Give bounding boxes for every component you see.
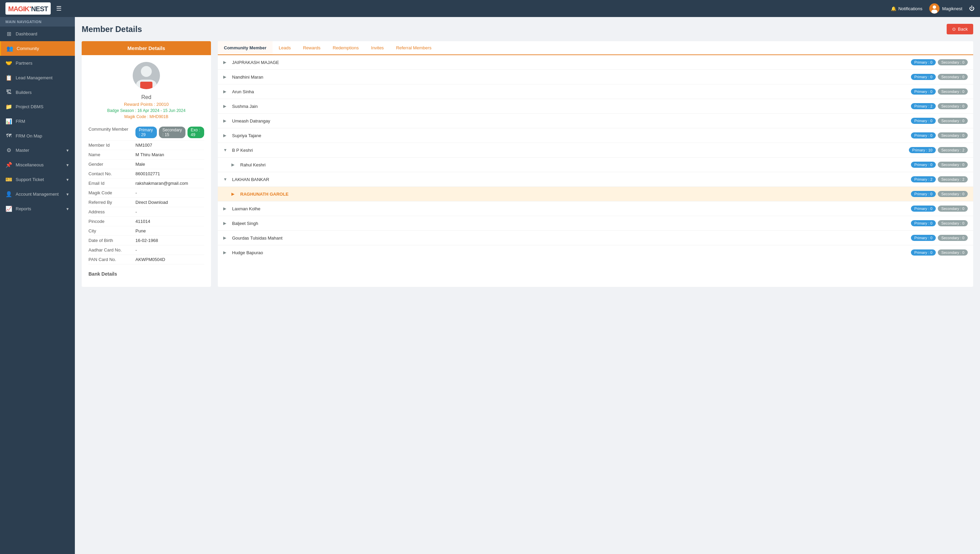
primary-pill: Primary : 0: [911, 118, 936, 124]
info-label-gender: Gender: [89, 162, 133, 167]
member-row-name: LAKHAN BANKAR: [232, 177, 269, 182]
notifications-label: Notifications: [898, 6, 923, 11]
secondary-pill: Secondary : 0: [938, 74, 968, 80]
bell-icon: 🔔: [891, 6, 896, 11]
sidebar-label-reports: Reports: [16, 206, 31, 211]
member-info: Red Reward Points : 20010 Badge Season :…: [82, 55, 211, 287]
list-item[interactable]: ▶ Nandhini Maran Primary : 0 Secondary :…: [218, 70, 973, 84]
user-avatar: [929, 3, 940, 14]
member-row-name: Baljeet Singh: [232, 221, 258, 226]
info-row-name: Name M Thiru Maran: [89, 150, 204, 159]
info-label-magik-code: Magik Code: [89, 190, 133, 195]
sidebar-item-frm-on-map[interactable]: 🗺 FRM On Map: [0, 129, 75, 143]
info-row-member-id: Member Id NM1007: [89, 140, 204, 150]
primary-pill: Primary : 0: [911, 220, 936, 226]
sidebar-label-builders: Builders: [16, 90, 32, 95]
info-label-pan: PAN Card No.: [89, 257, 133, 262]
power-button[interactable]: ⏻: [969, 5, 975, 11]
tab-rewards[interactable]: Rewards: [297, 41, 326, 55]
logo: MAGIK·NEST: [5, 2, 51, 14]
list-item[interactable]: ▶ Rahul Keshri Primary : 0 Secondary : 0: [218, 158, 973, 172]
primary-badge: Primary : 29: [135, 127, 157, 138]
member-row-name: Nandhini Maran: [232, 75, 263, 80]
sidebar-item-lead-management[interactable]: 📋 Lead Management: [0, 70, 75, 85]
member-card-header: Member Details: [82, 41, 211, 55]
list-item[interactable]: ▶ Supriya Tajane Primary : 0 Secondary :…: [218, 128, 973, 143]
sidebar-item-miscellaneous[interactable]: 📌 Miscellaneous ▼: [0, 158, 75, 172]
member-row-name: Supriya Tajane: [232, 133, 261, 138]
support-ticket-icon: 🎫: [5, 176, 12, 183]
list-item[interactable]: ▶ JAIPRAKASH MAJAGE Primary : 0 Secondar…: [218, 55, 973, 70]
primary-pill: Primary : 0: [911, 250, 936, 256]
sidebar-label-support-ticket: Support Ticket: [16, 177, 44, 182]
list-item[interactable]: ▶ Arun Sinha Primary : 0 Secondary : 0: [218, 84, 973, 99]
info-label-community-member: Community Member: [89, 127, 133, 132]
list-item[interactable]: ▶ Laxman Kolhe Primary : 0 Secondary : 0: [218, 201, 973, 216]
member-row-name: B P Keshri: [232, 148, 253, 153]
list-item[interactable]: ▶ Hudge Bapurao Primary : 0 Secondary : …: [218, 245, 973, 259]
info-label-dob: Date of Birth: [89, 238, 133, 243]
hamburger-button[interactable]: ☰: [56, 5, 62, 12]
info-row-gender: Gender Male: [89, 159, 204, 169]
chevron-right-icon: ▶: [223, 60, 229, 65]
right-panel: Community Member Leads Rewards Redemptio…: [218, 41, 973, 287]
navbar-right: 🔔 Notifications Magiknest ⏻: [891, 3, 975, 14]
chevron-right-icon: ▶: [223, 250, 229, 255]
sidebar-item-dashboard[interactable]: ⊞ Dashboard: [0, 27, 75, 41]
avatar: [133, 62, 160, 89]
members-list: ▶ JAIPRAKASH MAJAGE Primary : 0 Secondar…: [218, 55, 973, 259]
info-value-gender: Male: [135, 162, 204, 167]
sidebar-item-master[interactable]: ⚙ Master ▼: [0, 143, 75, 158]
tab-redemptions[interactable]: Redemptions: [327, 41, 365, 55]
info-row-pan: PAN Card No. AKWPM0504D: [89, 255, 204, 264]
sidebar-item-account-management[interactable]: 👤 Account Management ▼: [0, 187, 75, 201]
account-management-icon: 👤: [5, 191, 12, 197]
member-row-name: Hudge Bapurao: [232, 250, 263, 255]
reward-points: Reward Points : 20010: [89, 102, 204, 107]
list-item[interactable]: ▶ Gourdas Tulsidas Mahant Primary : 0 Se…: [218, 231, 973, 245]
info-value-address: -: [135, 209, 204, 214]
sidebar-item-reports[interactable]: 📈 Reports ▼: [0, 201, 75, 216]
sidebar-item-project-dbms[interactable]: 📁 Project DBMS: [0, 99, 75, 114]
tab-leads[interactable]: Leads: [272, 41, 297, 55]
notifications-button[interactable]: 🔔 Notifications: [891, 6, 923, 11]
member-row-name: Gourdas Tulsidas Mahant: [232, 236, 282, 240]
chevron-down-icon: ▼: [223, 148, 229, 153]
user-info: Magiknest: [929, 3, 962, 14]
sidebar-label-master: Master: [16, 148, 29, 153]
tab-community-member[interactable]: Community Member: [218, 41, 272, 55]
list-item[interactable]: ▼ LAKHAN BANKAR Primary : 2 Secondary : …: [218, 172, 973, 187]
list-item[interactable]: ▶ RAGHUNATH GAROLE Primary : 0 Secondary…: [218, 187, 973, 201]
sidebar-item-frm[interactable]: 📊 FRM: [0, 114, 75, 129]
chevron-right-icon: ▶: [223, 133, 229, 138]
sidebar-item-builders[interactable]: 🏗 Builders: [0, 85, 75, 99]
bank-details-link[interactable]: Bank Details: [89, 268, 204, 280]
nav-label: MAIN NAVIGATION: [0, 17, 75, 27]
back-button[interactable]: ⊙ Back: [947, 24, 973, 34]
badge-season: Badge Season : 16 Apr 2024 - 15 Jun 2024: [89, 108, 204, 113]
tab-referral-members[interactable]: Referral Members: [390, 41, 438, 55]
info-label-pincode: Pincode: [89, 219, 133, 224]
info-row-address: Address -: [89, 207, 204, 217]
info-label-contact: Contact No.: [89, 171, 133, 176]
list-item[interactable]: ▶ Sushma Jain Primary : 2 Secondary : 0: [218, 99, 973, 114]
navbar-left: MAGIK·NEST ☰: [5, 2, 62, 14]
chevron-right-icon: ▶: [231, 162, 237, 167]
sidebar-label-frm: FRM: [16, 119, 25, 124]
navbar: MAGIK·NEST ☰ 🔔 Notifications Magiknest ⏻: [0, 0, 980, 17]
member-row-name: Rahul Keshri: [240, 162, 266, 167]
sidebar-item-partners[interactable]: 🤝 Partners: [0, 56, 75, 70]
list-item[interactable]: ▼ B P Keshri Primary : 10 Secondary : 2: [218, 143, 973, 158]
list-item[interactable]: ▶ Baljeet Singh Primary : 0 Secondary : …: [218, 216, 973, 231]
tab-invites[interactable]: Invites: [365, 41, 390, 55]
info-value-referred-by: Direct Download: [135, 200, 204, 205]
chevron-right-icon: ▶: [223, 206, 229, 211]
sidebar-item-support-ticket[interactable]: 🎫 Support Ticket ▼: [0, 172, 75, 187]
secondary-badge: Secondary : 15: [159, 127, 185, 138]
badges-container: Primary : 29 Secondary : 15 Exo : 49: [135, 127, 204, 138]
community-icon: 👥: [6, 45, 13, 52]
sidebar-item-community[interactable]: 👥 Community: [0, 41, 75, 56]
miscellaneous-chevron-icon: ▼: [66, 163, 69, 167]
back-icon: ⊙: [952, 27, 956, 32]
list-item[interactable]: ▶ Umeash Datrangay Primary : 0 Secondary…: [218, 114, 973, 128]
